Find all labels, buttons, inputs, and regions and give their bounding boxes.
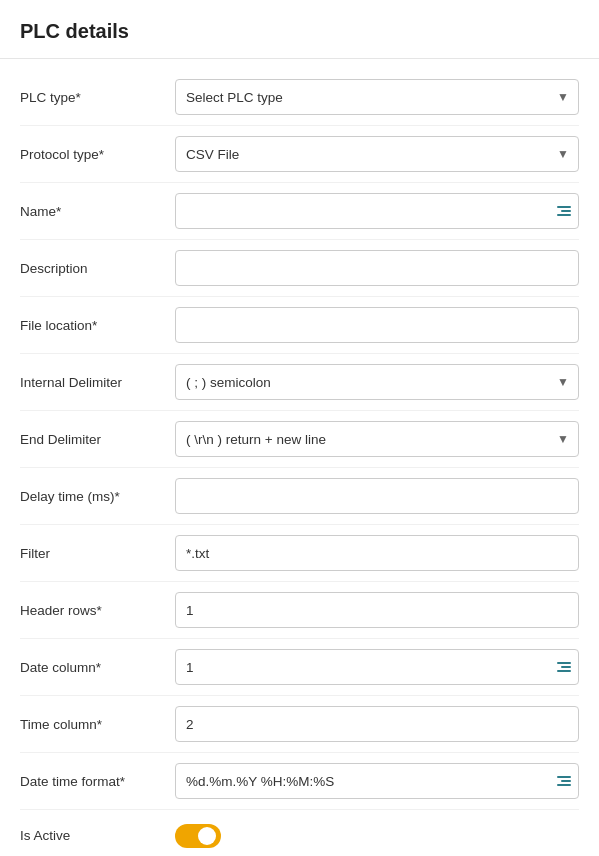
delay-time-label: Delay time (ms)* <box>20 489 175 504</box>
is-active-toggle-wrap <box>175 824 579 848</box>
name-label: Name* <box>20 204 175 219</box>
is-active-row: Is Active <box>20 810 579 856</box>
filter-label: Filter <box>20 546 175 561</box>
time-column-input[interactable] <box>175 706 579 742</box>
header-rows-label: Header rows* <box>20 603 175 618</box>
internal-delimiter-select-wrap: ( ; ) semicolon ( , ) comma ▼ <box>175 364 579 400</box>
protocol-type-select-wrap: CSV File ▼ <box>175 136 579 172</box>
protocol-type-select[interactable]: CSV File <box>175 136 579 172</box>
protocol-type-label: Protocol type* <box>20 147 175 162</box>
internal-delimiter-select[interactable]: ( ; ) semicolon ( , ) comma <box>175 364 579 400</box>
delay-time-row: Delay time (ms)* <box>20 468 579 525</box>
plc-type-select[interactable]: Select PLC type <box>175 79 579 115</box>
description-label: Description <box>20 261 175 276</box>
date-column-label: Date column* <box>20 660 175 675</box>
plc-type-control: Select PLC type ▼ <box>175 79 579 115</box>
file-location-label: File location* <box>20 318 175 333</box>
end-delimiter-select[interactable]: ( \r\n ) return + new line ( \n ) new li… <box>175 421 579 457</box>
page-title: PLC details <box>20 20 579 43</box>
is-active-control <box>175 824 579 848</box>
date-column-control <box>175 649 579 685</box>
is-active-label: Is Active <box>20 828 175 843</box>
header-rows-row: Header rows* <box>20 582 579 639</box>
end-delimiter-select-wrap: ( \r\n ) return + new line ( \n ) new li… <box>175 421 579 457</box>
filter-input[interactable] <box>175 535 579 571</box>
end-delimiter-label: End Delimiter <box>20 432 175 447</box>
header-rows-control <box>175 592 579 628</box>
date-time-format-control <box>175 763 579 799</box>
name-control <box>175 193 579 229</box>
filter-row: Filter <box>20 525 579 582</box>
end-delimiter-control: ( \r\n ) return + new line ( \n ) new li… <box>175 421 579 457</box>
delay-time-input[interactable] <box>175 478 579 514</box>
page-header: PLC details <box>0 0 599 59</box>
description-control <box>175 250 579 286</box>
plc-type-label: PLC type* <box>20 90 175 105</box>
date-time-format-input-wrap <box>175 763 579 799</box>
date-time-format-row: Date time format* <box>20 753 579 810</box>
form-body: PLC type* Select PLC type ▼ Protocol typ… <box>0 59 599 856</box>
internal-delimiter-control: ( ; ) semicolon ( , ) comma ▼ <box>175 364 579 400</box>
internal-delimiter-label: Internal Delimiter <box>20 375 175 390</box>
file-location-input[interactable] <box>175 307 579 343</box>
page-container: PLC details PLC type* Select PLC type ▼ … <box>0 0 599 856</box>
description-input[interactable] <box>175 250 579 286</box>
date-time-format-label: Date time format* <box>20 774 175 789</box>
plc-type-select-wrap: Select PLC type ▼ <box>175 79 579 115</box>
toggle-slider <box>175 824 221 848</box>
header-rows-input[interactable] <box>175 592 579 628</box>
protocol-type-row: Protocol type* CSV File ▼ <box>20 126 579 183</box>
file-location-control <box>175 307 579 343</box>
plc-type-row: PLC type* Select PLC type ▼ <box>20 69 579 126</box>
protocol-type-control: CSV File ▼ <box>175 136 579 172</box>
date-time-format-input[interactable] <box>175 763 579 799</box>
date-column-input[interactable] <box>175 649 579 685</box>
internal-delimiter-row: Internal Delimiter ( ; ) semicolon ( , )… <box>20 354 579 411</box>
date-column-input-wrap <box>175 649 579 685</box>
time-column-control <box>175 706 579 742</box>
date-column-row: Date column* <box>20 639 579 696</box>
name-row: Name* <box>20 183 579 240</box>
name-input[interactable] <box>175 193 579 229</box>
time-column-row: Time column* <box>20 696 579 753</box>
file-location-row: File location* <box>20 297 579 354</box>
end-delimiter-row: End Delimiter ( \r\n ) return + new line… <box>20 411 579 468</box>
time-column-label: Time column* <box>20 717 175 732</box>
delay-time-control <box>175 478 579 514</box>
description-row: Description <box>20 240 579 297</box>
name-input-wrap <box>175 193 579 229</box>
filter-control <box>175 535 579 571</box>
is-active-toggle[interactable] <box>175 824 221 848</box>
